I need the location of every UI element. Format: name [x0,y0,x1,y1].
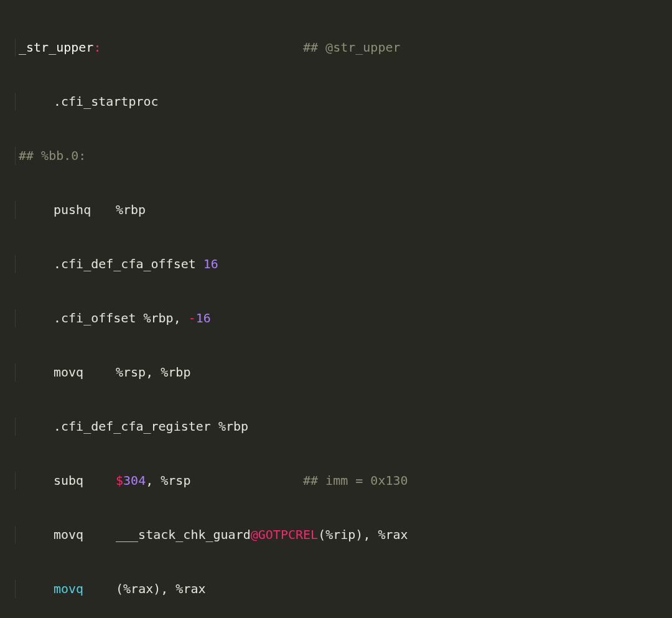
code-line: movq___stack_chk_guard@GOTPCREL(%rip), %… [0,526,672,544]
register: %rsp [161,473,190,488]
register: %rip [325,527,355,542]
instruction: pushq [54,201,116,219]
number: 16 [203,256,218,271]
directive: .cfi_def_cfa_offset [54,256,196,271]
register: %rbp [161,365,190,380]
code-line: .cfi_def_cfa_offset 16 [0,255,672,273]
comment: ## %bb.0: [19,148,86,163]
instruction: subq [54,472,116,490]
register: %rbp [218,419,248,434]
label: _str_upper [19,40,93,55]
directive: .cfi_offset [54,311,136,325]
directive: .cfi_def_cfa_register [54,419,211,434]
register: %rax [123,581,153,596]
code-line: movq%rsp, %rbp [0,363,672,382]
code-line: subq$304, %rsp## imm = 0x130 [0,472,672,490]
code-line: .cfi_def_cfa_register %rbp [0,418,672,436]
number: 304 [123,473,146,488]
register: %rsp [116,365,146,380]
register: %rax [175,581,205,596]
directive: .cfi_startproc [54,94,159,109]
code-line: ## %bb.0: [0,147,672,165]
symbol: ___stack_chk_guard [116,527,251,542]
relocation: @GOTPCREL [251,527,318,542]
comment: ## imm = 0x130 [303,472,408,490]
code-line: _str_upper:## @str_upper [0,39,672,57]
code-line: .cfi_offset %rbp, -16 [0,309,672,327]
code-line: .cfi_startproc [0,93,672,111]
code-line: pushq%rbp [0,201,672,219]
instruction: movq [54,580,116,598]
register: %rbp [116,202,146,217]
register: %rbp [144,311,174,325]
number: 16 [196,311,211,325]
instruction: movq [54,526,116,544]
instruction: movq [54,363,116,382]
comment: ## @str_upper [303,39,401,57]
register: %rax [378,527,408,542]
code-line: movq(%rax), %rax [0,580,672,598]
assembly-code: _str_upper:## @str_upper .cfi_startproc … [0,0,672,618]
